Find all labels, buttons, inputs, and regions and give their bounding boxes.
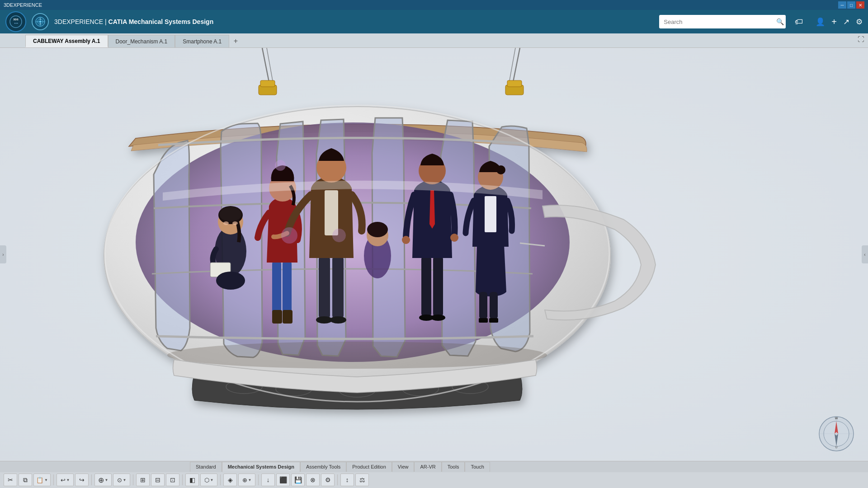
svg-point-7 [39, 21, 41, 23]
tab-add-button[interactable]: + [229, 35, 242, 47]
svg-point-69 [332, 229, 346, 242]
tab-door-mechanism[interactable]: Door_Mechanism A.1 [108, 35, 175, 47]
toolbar-tab-touch[interactable]: Touch [465, 462, 490, 472]
undo-button[interactable]: ↩▼ [57, 474, 74, 486]
tab-smartphone[interactable]: Smartphone A.1 [175, 35, 229, 47]
svg-point-47 [330, 316, 346, 324]
toolbar-buttons-row: ✂ ⧉ 📋▼ ↩▼ ↪ ⊕▼ ⊙▼ ⊞ ⊟ ⊡ ◧ ⬡▼ [0, 472, 868, 488]
separator-1 [53, 474, 54, 485]
svg-point-50 [367, 222, 388, 237]
svg-text:✦✦✦: ✦✦✦ [14, 22, 19, 24]
svg-rect-38 [283, 260, 292, 314]
separator-2 [91, 474, 92, 485]
app-logo-icon: V X [32, 13, 49, 30]
svg-text:U: U [835, 446, 837, 449]
measure-button[interactable]: ⚖ [355, 474, 369, 486]
new-assembly-button[interactable]: ⊞ [136, 474, 150, 486]
toolbar-tab-arvr[interactable]: AR-VR [414, 462, 441, 472]
toolbar-tab-standard[interactable]: Standard [190, 462, 222, 472]
search-button[interactable]: 🔍 [776, 18, 784, 25]
window-controls: ─ □ ✕ [838, 1, 864, 9]
svg-point-68 [281, 227, 297, 244]
app-title: 3DEXPERIENCE | CATIA Mechanical Systems … [54, 18, 213, 25]
paste-button[interactable]: 📋▼ [33, 474, 51, 486]
left-panel-toggle[interactable]: › [0, 245, 6, 263]
cableway-3d-scene [0, 48, 868, 461]
toolbar-tab-tools[interactable]: Tools [442, 462, 465, 472]
svg-text:X: X [40, 23, 41, 25]
toolbar-tab-view[interactable]: View [392, 462, 415, 472]
svg-point-57 [431, 314, 445, 321]
render-button[interactable]: ⬡▼ [200, 474, 217, 486]
cut-button[interactable]: ✂ [4, 474, 17, 486]
redo-button[interactable]: ↪ [75, 474, 89, 486]
title-bar-text: 3DEXPERIENCE [4, 2, 42, 8]
right-panel-toggle[interactable]: ‹ [862, 245, 868, 263]
svg-rect-63 [479, 318, 488, 323]
section-view-button[interactable]: ◧ [185, 474, 199, 486]
svg-rect-58 [485, 196, 496, 232]
insert-component-button[interactable]: ⊟ [151, 474, 165, 486]
svg-text:W: W [835, 417, 838, 420]
delete-button[interactable]: ⊗ [306, 474, 320, 486]
svg-point-28 [167, 342, 547, 369]
component-button[interactable]: ⊡ [166, 474, 179, 486]
copy-button[interactable]: ⧉ [19, 474, 32, 486]
svg-point-46 [316, 316, 332, 324]
fullscreen-button[interactable]: ⛶ [858, 35, 864, 43]
svg-rect-64 [489, 318, 498, 323]
svg-rect-43 [332, 256, 344, 319]
search-input[interactable] [659, 15, 786, 28]
title-bar: 3DEXPERIENCE ─ □ ✕ [0, 0, 868, 10]
tabs-row: CABLEWAY Assembly A.1 Door_Mechanism A.1… [0, 33, 868, 48]
svg-point-36 [232, 221, 238, 225]
bottom-toolbar: Standard Mechanical Systems Design Assem… [0, 461, 868, 488]
navigation-compass[interactable]: W U [818, 416, 854, 452]
snap-button[interactable]: ⊙▼ [113, 474, 130, 486]
header-right-actions: 👤 + ↗ ⚙ [816, 17, 863, 27]
add-button[interactable]: + [831, 17, 837, 27]
svg-rect-41 [283, 310, 292, 324]
header: 3DS ✦✦✦ V X 3DEXPERIENCE | CATIA Mechani… [0, 10, 868, 33]
share-button[interactable]: ↗ [843, 17, 849, 27]
separator-6 [258, 474, 259, 485]
minimize-button[interactable]: ─ [838, 1, 846, 9]
svg-rect-40 [272, 310, 282, 324]
toolbar-tab-assembly[interactable]: Assembly Tools [300, 462, 346, 472]
svg-rect-44 [325, 190, 338, 235]
settings-button[interactable]: ⚙ [856, 17, 863, 27]
svg-rect-52 [433, 256, 443, 317]
separator-3 [133, 474, 133, 485]
tab-cableway-assembly[interactable]: CABLEWAY Assembly A.1 [25, 35, 108, 47]
svg-rect-18 [260, 80, 275, 87]
close-button[interactable]: ✕ [856, 1, 864, 9]
svg-point-55 [450, 234, 458, 242]
separator-7 [337, 474, 338, 485]
transform-button[interactable]: ↕ [340, 474, 354, 486]
svg-point-67 [275, 160, 286, 171]
settings-toolbar-button[interactable]: ⚙ [321, 474, 335, 486]
svg-point-34 [216, 272, 245, 290]
bookmark-button[interactable]: 🏷 [795, 17, 803, 27]
save-cloud-button[interactable]: 💾 [291, 474, 305, 486]
toolbar-tabs-row: Standard Mechanical Systems Design Assem… [0, 461, 868, 472]
move-button[interactable]: ⊕▼ [94, 474, 112, 486]
maximize-button[interactable]: □ [847, 1, 855, 9]
search-container: 🔍 [659, 15, 786, 28]
download-button[interactable]: ↓ [261, 474, 275, 486]
svg-point-0 [10, 16, 22, 28]
viewport-3d[interactable]: W U › ‹ [0, 48, 868, 461]
toolbar-tab-mechanical[interactable]: Mechanical Systems Design [222, 462, 300, 472]
svg-point-54 [402, 236, 410, 244]
feature-button[interactable]: ⊕▼ [238, 474, 255, 486]
svg-point-35 [223, 221, 229, 225]
svg-rect-37 [272, 260, 281, 314]
svg-text:V: V [40, 19, 41, 20]
dassault-logo: 3DS ✦✦✦ [5, 11, 26, 32]
svg-point-32 [219, 207, 242, 221]
svg-text:3DS: 3DS [13, 18, 19, 21]
toolbar-tab-product[interactable]: Product Edition [346, 462, 392, 472]
material-button[interactable]: ◈ [223, 474, 237, 486]
block-button[interactable]: ⬛ [276, 474, 290, 486]
user-profile-button[interactable]: 👤 [816, 17, 825, 27]
